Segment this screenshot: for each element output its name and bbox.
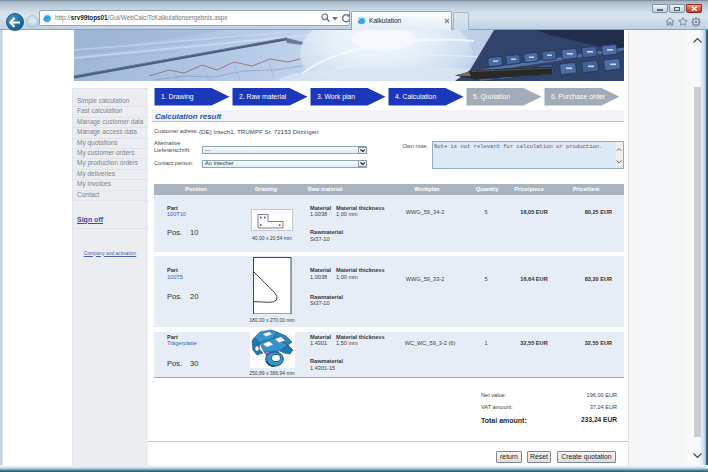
svg-text:3. Work plan: 3. Work plan [317,93,355,101]
svg-text:1. Drawing: 1. Drawing [161,93,194,101]
svg-text:4. Calculation: 4. Calculation [395,93,436,100]
svg-text:2. Raw material: 2. Raw material [239,93,287,100]
svg-text:5. Quotation: 5. Quotation [473,93,510,101]
svg-text:6. Purchase order: 6. Purchase order [551,93,606,100]
